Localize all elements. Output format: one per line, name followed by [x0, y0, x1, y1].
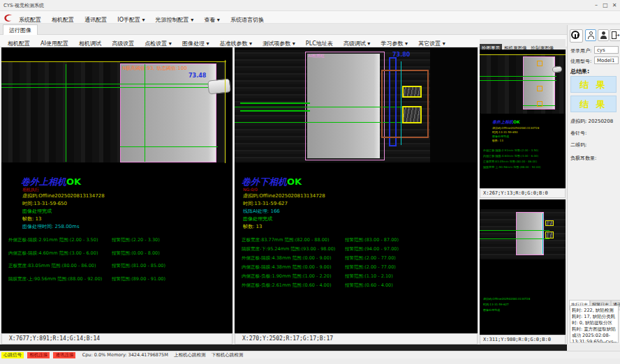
tab-detect-box [537, 86, 542, 91]
tool-camera-config[interactable]: 相机配置 [4, 37, 34, 47]
measurement-value: 正极宽度:83.77mm 范围:(82.00 - 88.00) [242, 237, 329, 243]
camera-name: 卷外上相机 [492, 119, 513, 124]
title-bar: CYS-视觉检测系统 – □ ✕ [0, 0, 620, 11]
mini-status-line: 图像处理完成 [492, 135, 509, 138]
mini-measurement: 外侧正极-隔膜:2.91mm 范围:(2.00 - 3.50) [483, 149, 538, 152]
needle-number-label: 卷针号: [570, 130, 586, 137]
menu-system-config[interactable]: 系统配置 [15, 13, 45, 24]
camera-name: 卷外上相机 [21, 176, 66, 187]
tool-ai-config[interactable]: AI使用配置 [37, 37, 72, 47]
tool-learn-params[interactable]: 学习参数 ▾ [377, 37, 411, 47]
menu-view[interactable]: 查看 ▾ [200, 13, 223, 24]
alarm-range: 报警范围:(81.00 - 85.00) [112, 263, 165, 269]
tool-camera-debug[interactable]: 相机调试 [75, 37, 105, 47]
edge-line [235, 122, 402, 123]
edge-line [120, 146, 218, 147]
measurement-value: 内侧正极-负极:1.90mm 范围:(1.00 - 2.20) [242, 273, 331, 280]
edge-line [480, 238, 549, 239]
measure-value-label: 73.48 [189, 73, 206, 79]
result-box-lower: 结 果 [570, 96, 617, 112]
thumbnail-tab-strip: 绘图显示相机原图像绘制原图像 [480, 39, 566, 49]
alarm-range: 报警范围:(1.10 - 2.10) [345, 273, 393, 280]
tool-advanced-settings[interactable]: 高级设置 [108, 37, 138, 47]
measurement-row: 外侧正极-负极:2.61mm 范围:(0.60 - 4.00) 报警范围:(0.… [235, 282, 478, 289]
exit-button[interactable]: → [610, 29, 620, 41]
tab-detect-box [545, 220, 554, 226]
alarm-range: 报警范围:(83.00 - 87.00) [345, 237, 399, 243]
heartbeat-status-badge: 心跳信号 [1, 352, 24, 358]
middle-pixel-coordinates: X:270;Y:2502;R:17;G:17;B:17 [235, 333, 478, 344]
result-ok-label: OK [66, 176, 81, 187]
edge-line [480, 80, 556, 81]
virtual-code-caption: 虚拟码: [570, 119, 586, 124]
camera-connect-badge: 相机连接 [27, 352, 50, 358]
ai-time-line: 线阵AI处理: 166 [243, 208, 280, 215]
virtual-code-value: 20250208 [589, 119, 614, 124]
negative-tab-count-label: 负极耳数量: [570, 155, 596, 162]
ai-detect-label: AI检测框 [308, 53, 325, 59]
status-bar: 心跳信号 相机连接 通讯连接 Cpu: 0.0% Memory: 3424.41… [0, 351, 620, 358]
measurement-value: 隔膜宽度-下:95.24mm 范围:(93.00 - 98.00) [242, 246, 335, 252]
measurement-value: 外侧正极-隔膜:2.91mm 范围:(2.00 - 3.50) [8, 237, 98, 243]
virtual-code-label: 虚拟码: 20250208 [570, 118, 613, 125]
tool-baseline-params[interactable]: 基准线参数 ▾ [216, 37, 256, 47]
camera-name: 卷外下相机 [242, 176, 287, 187]
login-user-button[interactable] [585, 29, 596, 41]
pause-button[interactable] [570, 29, 583, 43]
model-field[interactable]: Model1 [594, 56, 619, 64]
frame-count-line: 帧数: 13 [22, 215, 42, 222]
close-button[interactable]: ✕ [610, 1, 619, 10]
execution-log[interactable]: 耗时: 222, 缺陷检测耗时: 17, 缺陷分类耗时: 0, 缺陷提取分区耗时… [570, 305, 619, 343]
tool-test-params[interactable]: 测试项参数 ▾ [259, 37, 299, 47]
left-camera-view[interactable]: N极高阈值:93, 动态阈值:100 73.48 卷外上相机OK 相机执行 虚拟… [1, 47, 232, 333]
menu-language-switch[interactable]: 系统语言切换 [227, 13, 267, 24]
menu-light-control[interactable]: 光源控制配置 ▾ [152, 13, 198, 24]
mini-code-line: 虚拟码:Offline2025020813134728 [492, 126, 539, 130]
middle-camera-view[interactable]: AI检测框 73.80 卷外下相机OK NG:0/0 虚拟码:Offline20… [235, 47, 478, 333]
mini-log-line: 图像处理完成 [483, 308, 500, 312]
measurement-value: 内侧正极-隔膜:4.60mm 范围:(3.00 - 6.00) [8, 250, 98, 257]
menu-camera-config[interactable]: 相机配置 [48, 13, 78, 24]
lower-camera-heartbeat: 下相机心跳检测 [212, 352, 244, 358]
tab-strip: 运行图像 [0, 24, 620, 35]
menu-io-config[interactable]: IO手配置 ▾ [114, 13, 148, 24]
thumbnail-lower-camera[interactable]: 虚拟码:Offline2025020813134728 时间:13-31-59-… [480, 199, 566, 335]
measurement-row: 内侧正极-负极:1.90mm 范围:(1.00 - 2.20) 报警范围:(1.… [235, 273, 478, 280]
alarm-range: 报警范围:(2.00 - 77.00) [345, 264, 396, 271]
app-window: CYS-视觉检测系统 – □ ✕ 系统配置 相机配置 通讯配置 IO手配置 ▾ … [0, 0, 620, 364]
edge-line [1, 84, 218, 84]
thumbnail-upper-camera[interactable]: 卷外上相机OK 虚拟码:Offline2025020813134728 时间:1… [480, 50, 566, 188]
maximize-button[interactable]: □ [601, 1, 610, 10]
separator-roll-image [516, 212, 544, 255]
result-ok-label: OK [513, 119, 520, 124]
tab-run-image[interactable]: 运行图像 [3, 24, 38, 35]
tool-image-process[interactable]: 图像处理 ▾ [179, 37, 213, 47]
operator-button[interactable] [598, 29, 609, 41]
measurement-value: 正极宽度:83.05mm 范围:(80.00 - 86.00) [8, 263, 96, 269]
cpu-memory-status: Cpu: 0.0% Memory: 3424.41796875M [82, 352, 168, 358]
tool-spot-check[interactable]: 点检设置 ▾ [141, 37, 175, 47]
measurement-value: 内侧正极-隔膜:4.38mm 范围:(0.00 - 9.00) [242, 264, 331, 271]
result-box-upper: 结 果 [570, 76, 617, 93]
minimize-button[interactable]: – [592, 1, 600, 10]
process-time-line: 图像处理时间: 258.00ms [22, 223, 80, 230]
measurement-row: 正极宽度:83.77mm 范围:(82.00 - 88.00) 报警范围:(83… [235, 237, 478, 244]
yellow-guide-line-vertical [225, 60, 226, 163]
login-user-field[interactable]: cys [594, 46, 619, 54]
tool-plc-address[interactable]: PLC地址表 [302, 37, 337, 47]
edge-line [240, 103, 310, 104]
alarm-range: 报警范围:(2.20 - 3.30) [112, 237, 160, 243]
alarm-range: 报警范围:(0.60 - 4.00) [345, 282, 393, 289]
measurement-row: 外侧正极-隔膜:4.38mm 范围:(0.00 - 9.00) 报警范围:(2.… [235, 255, 478, 262]
mini-measurement: 正极宽度:83.05mm 范围:(80.00 - 86.00) [483, 160, 537, 163]
measurement-row: 隔膜宽度-下:95.24mm 范围:(93.00 - 98.00) 报警范围:(… [235, 246, 478, 253]
tool-advanced-debug[interactable]: 高级调试 ▾ [340, 37, 374, 47]
upper-camera-heartbeat: 上相机心跳检测 [174, 352, 206, 358]
tool-other-settings[interactable]: 其它设置 ▾ [415, 37, 449, 47]
measurement-row: 外侧正极-隔膜:2.91mm 范围:(2.00 - 3.50) 报警范围:(2.… [1, 237, 232, 244]
menu-comm-config[interactable]: 通讯配置 [81, 13, 110, 24]
camera-sub-status: NG:0/0 [243, 187, 258, 192]
roi-rect [381, 70, 429, 138]
machine-background [1, 62, 120, 162]
result-text: 结 果 [580, 99, 607, 109]
